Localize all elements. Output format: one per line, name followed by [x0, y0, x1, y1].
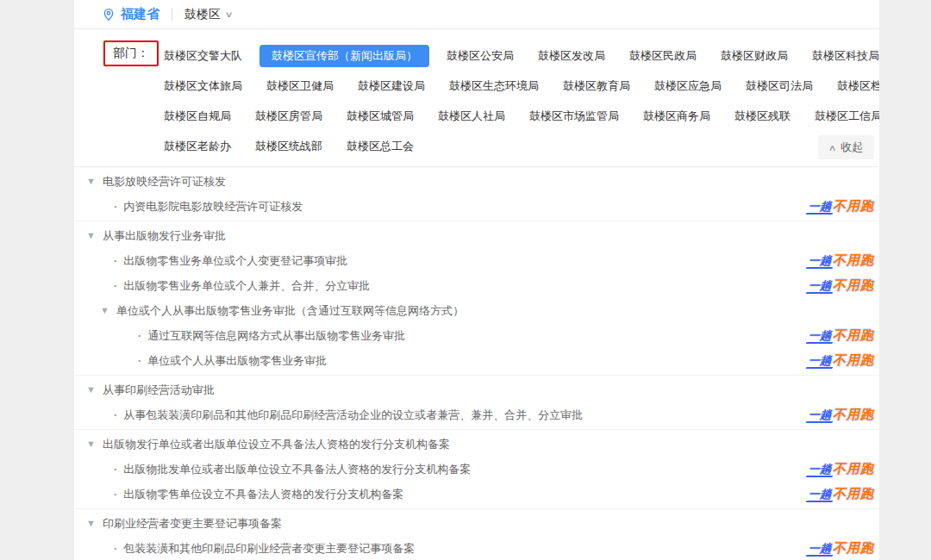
service-item-label[interactable]: 出版物零售业务单位或个人变更登记事项审批 — [123, 253, 347, 269]
department-button[interactable]: 鼓楼区自规局 — [157, 105, 238, 128]
triangle-down-icon: ▼ — [86, 385, 96, 395]
service-item-label[interactable]: 单位或个人从事出版物零售业务审批 — [147, 353, 327, 369]
service-item-row: · 内资电影院电影放映经营许可证核发 一趟不用跑 — [74, 194, 879, 219]
department-rows: 鼓楼区交警大队 鼓楼区宣传部（新闻出版局） 鼓楼区公安局 鼓楼区发改局 鼓楼区民… — [157, 40, 879, 161]
department-button[interactable]: 鼓楼区应急局 — [647, 75, 728, 97]
triangle-down-icon: ▼ — [86, 177, 96, 186]
badge-part-orange: 不用跑 — [833, 352, 874, 369]
bullet-icon: · — [114, 200, 117, 213]
department-button[interactable]: 鼓楼区生态环境局 — [442, 75, 546, 97]
department-button[interactable]: 鼓楼区教育局 — [556, 75, 637, 97]
content-panel: 福建省 鼓楼区 ∨ 部门： 鼓楼区交警大队 鼓楼区宣传部（新闻出版局） 鼓楼区公… — [74, 0, 879, 560]
badge-part-orange: 不用跑 — [833, 461, 874, 477]
department-row: 鼓楼区老龄办 鼓楼区统战部 鼓楼区总工会 — [157, 131, 879, 161]
bullet-icon: · — [114, 279, 117, 292]
collapse-button[interactable]: ∧ 收起 — [818, 135, 874, 159]
department-button[interactable]: 鼓楼区房管局 — [248, 105, 329, 128]
chevron-down-icon: ∨ — [225, 9, 234, 19]
province-label[interactable]: 福建省 — [121, 6, 159, 22]
department-button[interactable]: 鼓楼区工信局 — [808, 105, 879, 128]
bullet-icon: · — [114, 463, 117, 476]
badge-part-blue: 一趟 — [809, 353, 831, 369]
badge-part-blue: 一趟 — [809, 328, 831, 344]
badge-part-blue: 一趟 — [809, 487, 831, 502]
service-list: ▼ 电影放映经营许可证核发 · 内资电影院电影放映经营许可证核发 一趟不用跑 ▼… — [74, 167, 879, 560]
triangle-down-icon: ▼ — [86, 439, 96, 449]
service-item-label[interactable]: 出版物零售业务单位或个人兼并、合并、分立审批 — [123, 278, 370, 294]
service-item-label[interactable]: 出版物零售单位设立不具备法人资格的发行分支机构备案 — [123, 487, 403, 502]
badge-part-blue: 一趟 — [809, 253, 831, 269]
divider — [172, 8, 172, 21]
group-header-row[interactable]: ▼ 从事印刷经营活动审批 — [74, 377, 879, 402]
department-button[interactable]: 鼓楼区民政局 — [622, 45, 703, 67]
service-item-label[interactable]: 内资电影院电影放映经营许可证核发 — [123, 199, 303, 215]
department-button[interactable]: 鼓楼区卫健局 — [259, 75, 341, 97]
department-button[interactable]: 鼓楼区总工会 — [340, 135, 421, 158]
department-label-box: 部门： — [103, 40, 159, 66]
trip-badge: 一趟不用跑 — [809, 327, 874, 344]
trip-badge: 一趟不用跑 — [809, 486, 874, 502]
group-header-row[interactable]: ▼ 从事出版物发行业务审批 — [74, 223, 879, 248]
department-button[interactable]: 鼓楼区档案局 — [830, 75, 879, 97]
bullet-icon: · — [138, 329, 141, 342]
service-item-label[interactable]: 通过互联网等信息网络方式从事出版物零售业务审批 — [147, 328, 405, 344]
department-label: 部门： — [113, 46, 149, 59]
department-button[interactable]: 鼓楼区人社局 — [431, 105, 512, 128]
service-item-label[interactable]: 从事包装装潢印刷品和其他印刷品印刷经营活动企业的设立或者兼营、兼并、合并、分立审… — [123, 408, 583, 423]
badge-part-orange: 不用跑 — [833, 252, 874, 269]
group-title: 从事出版物发行业务审批 — [103, 228, 226, 244]
badge-part-orange: 不用跑 — [833, 198, 874, 215]
trip-badge: 一趟不用跑 — [809, 352, 874, 369]
trip-badge: 一趟不用跑 — [809, 540, 874, 557]
district-selector[interactable]: 鼓楼区 ∨ — [184, 7, 232, 22]
group-title: 电影放映经营许可证核发 — [103, 174, 226, 190]
service-group: ▼ 印刷业经营者变更主要登记事项备案 · 包装装潢和其他印刷品印刷业经营者变更主… — [74, 509, 879, 560]
department-button[interactable]: 鼓楼区城管局 — [340, 105, 421, 128]
service-group: ▼ 电影放映经营许可证核发 · 内资电影院电影放映经营许可证核发 一趟不用跑 — [74, 167, 879, 221]
department-button-selected[interactable]: 鼓楼区宣传部（新闻出版局） — [259, 45, 429, 67]
triangle-down-icon: ▼ — [86, 519, 96, 528]
group-header-row[interactable]: ▼ 印刷业经营者变更主要登记事项备案 — [74, 511, 879, 536]
department-button[interactable]: 鼓楼区商务局 — [636, 105, 717, 128]
group-header-row[interactable]: ▼ 电影放映经营许可证核发 — [74, 169, 879, 194]
chevron-up-icon: ∧ — [828, 143, 836, 152]
collapse-label: 收起 — [840, 140, 863, 155]
group-header-row[interactable]: ▼ 出版物发行单位或者出版单位设立不具备法人资格的发行分支机构备案 — [74, 432, 879, 457]
badge-part-blue: 一趟 — [809, 541, 831, 557]
badge-part-orange: 不用跑 — [833, 407, 874, 423]
department-button[interactable]: 鼓楼区司法局 — [739, 75, 820, 97]
bullet-icon: · — [114, 408, 117, 421]
department-button[interactable]: 鼓楼区财政局 — [714, 45, 795, 67]
department-button[interactable]: 鼓楼区公安局 — [440, 45, 521, 67]
department-button[interactable]: 鼓楼区市场监管局 — [522, 105, 626, 128]
department-row: 鼓楼区交警大队 鼓楼区宣传部（新闻出版局） 鼓楼区公安局 鼓楼区发改局 鼓楼区民… — [157, 40, 879, 71]
district-label: 鼓楼区 — [184, 7, 221, 22]
subgroup-header-row[interactable]: ▼ 单位或个人从事出版物零售业务审批（含通过互联网等信息网络方式） — [74, 298, 879, 323]
service-item-label[interactable]: 出版物批发单位或者出版单位设立不具备法人资格的发行分支机构备案 — [123, 462, 471, 477]
trip-badge: 一趟不用跑 — [809, 277, 874, 294]
group-title: 印刷业经营者变更主要登记事项备案 — [103, 516, 282, 532]
badge-part-orange: 不用跑 — [833, 277, 874, 294]
department-button[interactable]: 鼓楼区建设局 — [351, 75, 432, 97]
department-button[interactable]: 鼓楼区老龄办 — [157, 135, 238, 158]
location-pin-icon — [102, 8, 116, 22]
department-filter: 部门： 鼓楼区交警大队 鼓楼区宣传部（新闻出版局） 鼓楼区公安局 鼓楼区发改局 … — [74, 29, 879, 167]
service-item-row: · 包装装潢和其他印刷品印刷业经营者变更主要登记事项备案 一趟不用跑 — [74, 536, 879, 560]
badge-part-blue: 一趟 — [809, 408, 831, 423]
department-button[interactable]: 鼓楼区科技局 — [805, 45, 879, 67]
trip-badge: 一趟不用跑 — [809, 198, 874, 215]
department-button[interactable]: 鼓楼区交警大队 — [157, 45, 249, 67]
department-button[interactable]: 鼓楼区统战部 — [248, 135, 329, 158]
service-item-row: · 单位或个人从事出版物零售业务审批 一趟不用跑 — [74, 348, 879, 373]
department-button[interactable]: 鼓楼区发改局 — [531, 45, 612, 67]
service-group: ▼ 从事印刷经营活动审批 · 从事包装装潢印刷品和其他印刷品印刷经营活动企业的设… — [74, 376, 879, 430]
service-item-label[interactable]: 包装装潢和其他印刷品印刷业经营者变更主要登记事项备案 — [123, 541, 415, 557]
department-button[interactable]: 鼓楼区文体旅局 — [157, 75, 249, 97]
department-row: 鼓楼区自规局 鼓楼区房管局 鼓楼区城管局 鼓楼区人社局 鼓楼区市场监管局 鼓楼区… — [157, 101, 879, 131]
badge-part-orange: 不用跑 — [833, 540, 874, 557]
trip-badge: 一趟不用跑 — [809, 461, 874, 477]
badge-part-blue: 一趟 — [809, 199, 831, 215]
triangle-down-icon: ▼ — [86, 231, 96, 240]
department-button[interactable]: 鼓楼区残联 — [728, 105, 797, 128]
service-item-row: · 出版物零售单位设立不具备法人资格的发行分支机构备案 一趟不用跑 — [74, 482, 879, 507]
